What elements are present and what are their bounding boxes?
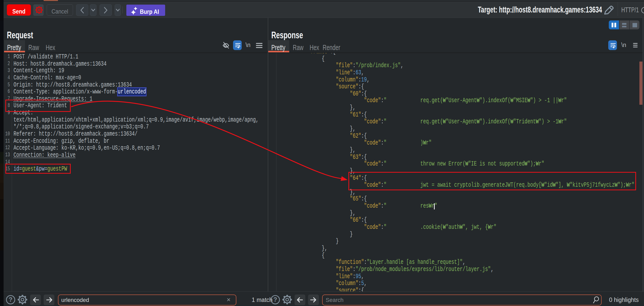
svg-text:?: ?: [9, 296, 13, 303]
svg-text:?: ?: [273, 296, 277, 303]
